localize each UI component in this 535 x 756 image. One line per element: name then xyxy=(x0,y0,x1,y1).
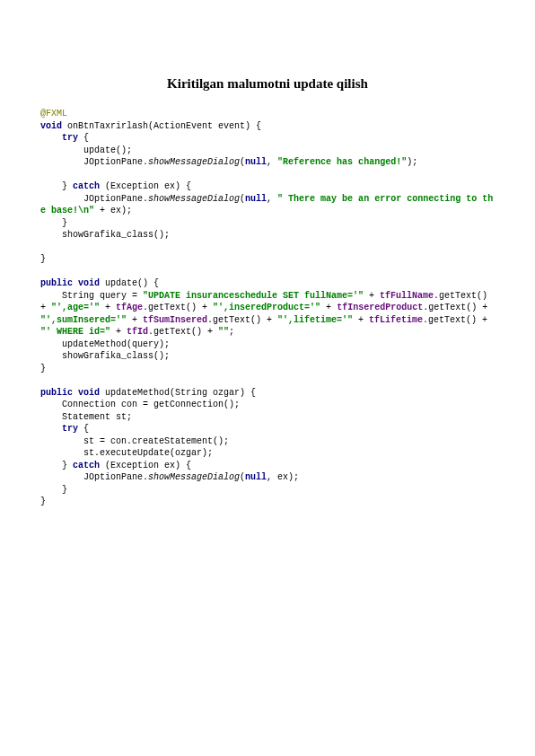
op-plus: + xyxy=(110,327,127,337)
brace: } xyxy=(40,254,46,264)
code-line: Connection con = getConnection(); xyxy=(40,400,240,409)
keyword-public-void: public void xyxy=(40,388,100,398)
field-ref: tfLifetime xyxy=(369,315,423,325)
op-plus: + xyxy=(364,291,380,301)
code-line: Statement st; xyxy=(40,412,132,422)
code-text: .getText() + xyxy=(207,315,277,325)
method-signature: onBtnTaxrirlash(ActionEvent event) { xyxy=(62,121,261,131)
brace: } xyxy=(40,364,46,374)
string-literal: "' WHERE id=" xyxy=(40,327,110,337)
comma: , xyxy=(267,157,277,167)
code-text: + ex); xyxy=(94,206,132,215)
keyword-null: null xyxy=(245,194,267,204)
semicolon: ; xyxy=(229,327,234,337)
code-text: .getText() + xyxy=(423,315,493,325)
code-text: JOptionPane. xyxy=(40,472,148,482)
indent xyxy=(40,424,62,434)
op-plus: + xyxy=(100,303,116,312)
code-text: JOptionPane. xyxy=(40,157,148,167)
annotation-fxml: @FXML xyxy=(40,109,67,119)
code-text: } xyxy=(40,461,73,470)
keyword-null: null xyxy=(245,472,267,482)
code-text: (Exception ex) { xyxy=(100,181,191,191)
string-literal: "',inseredProduct='" xyxy=(213,303,320,312)
code-text: .getText() + xyxy=(143,303,213,312)
static-method: showMessageDialog xyxy=(148,194,240,204)
brace: } xyxy=(40,485,67,495)
string-literal: "',lifetime='" xyxy=(277,315,353,325)
code-text: .getText() + xyxy=(148,327,218,337)
string-literal: "',age='" xyxy=(51,303,100,312)
keyword-try: try xyxy=(62,424,78,434)
keyword-null: null xyxy=(245,157,267,167)
string-literal: "',sumInsered='" xyxy=(40,315,127,325)
string-literal: "Reference has changed!" xyxy=(277,157,407,167)
op-plus: + xyxy=(353,315,369,325)
brace: { xyxy=(78,133,89,143)
keyword-try: try xyxy=(62,133,78,143)
code-line: updateMethod(query); xyxy=(40,339,170,349)
code-text: JOptionPane. xyxy=(40,194,148,204)
field-ref: tfId xyxy=(127,327,148,337)
code-line: showGrafika_class(); xyxy=(40,230,170,240)
code-line: showGrafika_class(); xyxy=(40,351,170,361)
field-ref: tfInseredProduct xyxy=(337,303,423,312)
op-plus: + xyxy=(320,303,337,312)
keyword-catch: catch xyxy=(73,181,100,191)
code-block: @FXML void onBtnTaxrirlash(ActionEvent e… xyxy=(40,108,495,508)
string-literal: "" xyxy=(218,327,229,337)
brace: } xyxy=(40,497,46,506)
static-method: showMessageDialog xyxy=(148,472,240,482)
op-plus: + xyxy=(127,315,143,325)
comma: , xyxy=(267,194,277,204)
brace: } xyxy=(40,218,67,228)
code-text: } xyxy=(40,181,73,191)
field-ref: tfAge xyxy=(116,303,143,312)
method-signature: update() { xyxy=(100,278,159,288)
code-line: st = con.createStatement(); xyxy=(40,436,229,446)
code-line: update(); xyxy=(40,145,132,155)
code-text: (Exception ex) { xyxy=(100,461,191,470)
code-text: String query = xyxy=(40,291,143,301)
field-ref: tfSumInsered xyxy=(143,315,207,325)
method-signature: updateMethod(String ozgar) { xyxy=(100,388,256,398)
keyword-public-void: public void xyxy=(40,278,100,288)
code-text: .getText() + xyxy=(423,303,493,312)
code-line: st.executeUpdate(ozgar); xyxy=(40,448,213,458)
keyword-catch: catch xyxy=(73,461,100,470)
code-text: , ex); xyxy=(267,472,299,482)
field-ref: tfFullName xyxy=(380,291,434,301)
keyword-void: void xyxy=(40,121,62,131)
static-method: showMessageDialog xyxy=(148,157,240,167)
page-title: Kiritilgan malumotni update qilish xyxy=(40,76,495,92)
brace: { xyxy=(78,424,89,434)
indent xyxy=(40,133,62,143)
paren-close: ); xyxy=(407,157,417,167)
string-literal: "UPDATE insuranceschedule SET fullName='… xyxy=(143,291,364,301)
